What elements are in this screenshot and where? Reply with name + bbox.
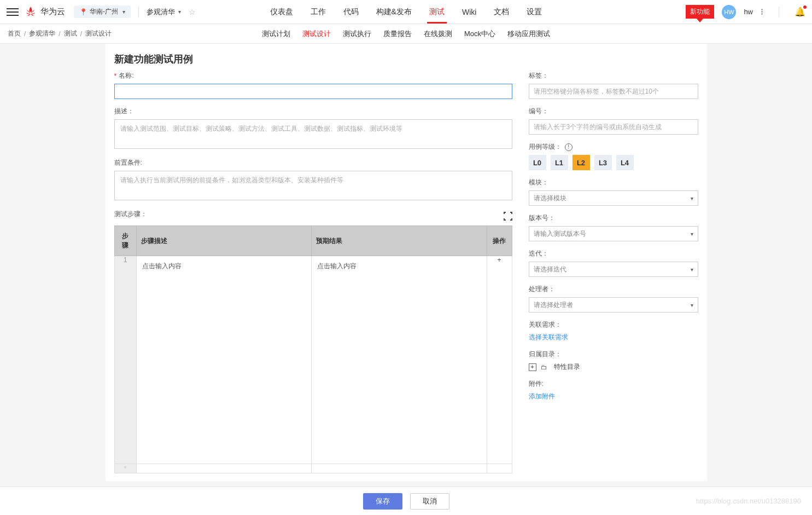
new-feature-badge[interactable]: 新功能 [686,5,714,19]
feedback-icon[interactable]: ⁝ [761,7,763,17]
page-title: 新建功能测试用例 [106,53,707,71]
iteration-label: 迭代： [529,249,548,258]
version-select[interactable]: 请输入测试版本号 [529,226,698,241]
main-column: *名称: 描述： 前置条件: 测试步骤： [114,71,512,481]
req-label: 关联需求： [529,320,562,329]
owner-label: 处理者： [529,285,555,294]
favorite-icon[interactable]: ☆ [189,8,196,16]
breadcrumb-item[interactable]: 测试 [64,29,77,38]
divider [138,7,139,18]
level-label: 用例等级： [529,142,562,152]
menu-icon[interactable] [7,8,19,16]
col-expected: 预期结果 [312,226,487,256]
top-bar: 华为云 📍 华南-广州 参观清华 ☆ 仪表盘工作代码构建&发布测试Wiki文档设… [0,0,812,24]
level-L4[interactable]: L4 [616,155,634,170]
owner-select[interactable]: 请选择处理者 [529,297,698,313]
subnav-测试执行[interactable]: 测试执行 [343,29,371,39]
col-op: 操作 [487,226,512,256]
steps-table: 步骤 步骤描述 预期结果 操作 1 点击输入内容 点击输入内容 + [114,225,512,473]
nav-代码[interactable]: 代码 [341,0,361,24]
level-L1[interactable]: L1 [551,155,568,170]
fullscreen-icon[interactable] [504,212,512,221]
number-input[interactable] [529,119,698,135]
iteration-select[interactable]: 请选择迭代 [529,262,698,277]
brand-text: 华为云 [40,7,65,17]
subnav-质量报告[interactable]: 质量报告 [383,29,412,39]
sub-bar: 首页/参观清华/测试/测试设计 测试计划测试设计测试执行质量报告在线拨测Mock… [0,24,812,44]
info-icon[interactable]: ! [565,143,573,151]
add-step-button[interactable]: + [487,256,512,464]
brand-logo[interactable]: 华为云 [24,5,65,19]
step-number: 1 [114,256,136,464]
col-step-desc: 步骤描述 [136,226,312,256]
bell-icon[interactable]: 🔔 [795,7,805,17]
attach-label: 附件: [529,379,544,389]
nav-仪表盘[interactable]: 仪表盘 [268,0,295,24]
level-L3[interactable]: L3 [594,155,612,170]
primary-nav: 仪表盘工作代码构建&发布测试Wiki文档设置 [268,0,545,24]
region-selector[interactable]: 📍 华南-广州 [74,5,131,18]
save-button[interactable]: 保存 [363,493,402,504]
name-label: 名称: [119,71,133,80]
nav-Wiki[interactable]: Wiki [460,0,478,24]
table-row: * [114,464,512,473]
level-buttons: L0L1L2L3L4 [529,155,698,170]
empty-cell[interactable] [136,464,312,473]
level-L2[interactable]: L2 [573,155,590,170]
region-name: 华南-广州 [90,7,118,16]
description-textarea[interactable] [114,119,512,149]
pin-icon: 📍 [79,8,87,16]
number-label: 编号： [529,107,548,116]
precondition-textarea[interactable] [114,171,512,200]
nav-测试[interactable]: 测试 [427,0,447,24]
subnav-Mock中心[interactable]: Mock中心 [464,29,495,39]
nav-文档[interactable]: 文档 [492,0,511,24]
workspace: 新建功能测试用例 *名称: 描述： 前置条件: 测试步骤： [0,44,812,504]
project-name: 参观清华 [147,7,175,17]
tags-input[interactable] [529,84,698,99]
footer-bar: 保存 取消 [0,487,812,504]
tags-label: 标签： [529,71,548,80]
subnav-测试设计[interactable]: 测试设计 [302,29,331,39]
divider [779,7,779,18]
sub-nav: 测试计划测试设计测试执行质量报告在线拨测Mock中心移动应用测试 [262,24,550,43]
nav-构建&发布[interactable]: 构建&发布 [374,0,414,24]
expand-icon[interactable]: + [529,363,536,371]
subnav-测试计划[interactable]: 测试计划 [262,29,290,39]
project-selector[interactable]: 参观清华 [147,7,181,17]
breadcrumb-item[interactable]: 参观清华 [29,29,55,38]
avatar[interactable]: HW [722,5,736,19]
version-label: 版本号： [529,213,555,223]
side-column: 标签： 编号： 用例等级： ! L0L1L2L3L4 模块： 请选择模块 [529,71,698,481]
cancel-button[interactable]: 取消 [410,493,449,504]
empty-cell[interactable] [312,464,487,473]
dir-label: 归属目录： [529,350,562,359]
col-step: 步骤 [114,226,136,256]
level-L0[interactable]: L0 [529,155,546,170]
step-desc-cell[interactable]: 点击输入内容 [136,256,312,464]
breadcrumb-item[interactable]: 测试设计 [85,29,112,38]
module-label: 模块： [529,178,548,187]
nav-设置[interactable]: 设置 [524,0,544,24]
precond-label: 前置条件: [114,158,142,167]
page: 新建功能测试用例 *名称: 描述： 前置条件: 测试步骤： [106,44,707,481]
folder-icon [541,363,550,371]
user-name[interactable]: hw [744,8,753,16]
steps-label: 测试步骤： [114,210,147,219]
nav-工作[interactable]: 工作 [308,0,328,24]
step-number-placeholder: * [114,464,136,473]
subnav-在线拨测[interactable]: 在线拨测 [424,29,452,39]
desc-label: 描述： [114,107,134,116]
add-attachment-link[interactable]: 添加附件 [529,392,555,400]
table-row: 1 点击输入内容 点击输入内容 + [114,256,512,464]
breadcrumb-item[interactable]: 首页 [8,29,21,38]
subnav-移动应用测试[interactable]: 移动应用测试 [507,29,550,39]
name-input[interactable] [114,84,512,99]
empty-cell [487,464,512,473]
dir-value[interactable]: 特性目录 [554,362,580,372]
expected-result-cell[interactable]: 点击输入内容 [312,256,487,464]
huawei-icon [24,5,37,19]
select-requirement-link[interactable]: 选择关联需求 [529,333,568,341]
breadcrumb: 首页/参观清华/测试/测试设计 [8,29,112,38]
module-select[interactable]: 请选择模块 [529,190,698,206]
